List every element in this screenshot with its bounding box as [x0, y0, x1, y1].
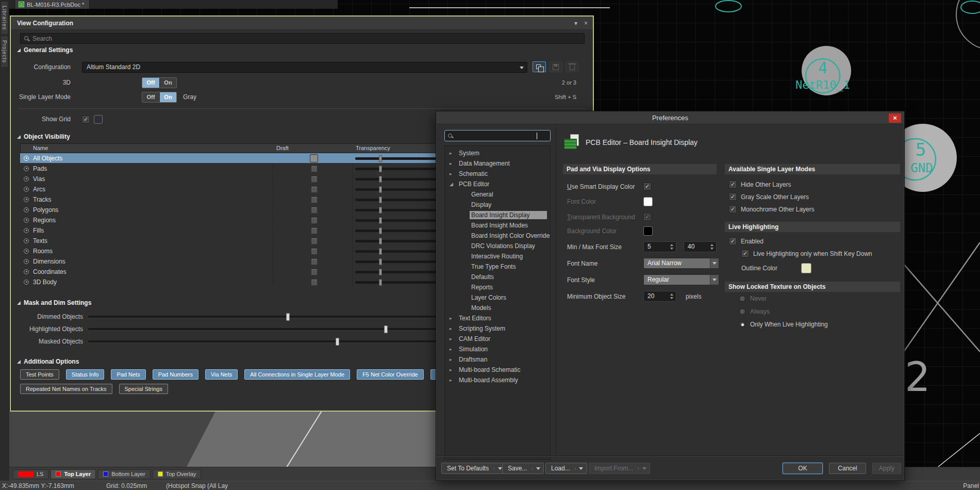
grid-color-swatch[interactable]	[94, 115, 103, 124]
mode-checkbox[interactable]: ✓	[729, 193, 737, 201]
outline-color-swatch[interactable]	[801, 263, 811, 273]
tree-expand-icon[interactable]: ▸	[445, 367, 457, 372]
preferences-tree-item[interactable]: ▸ Schematic	[445, 169, 550, 179]
option-toggle-button[interactable]: Pad Numbers	[153, 369, 198, 380]
transparent-background-checkbox[interactable]: ✓	[643, 213, 651, 221]
transparency-slider-handle[interactable]	[379, 258, 382, 265]
section-object-visibility[interactable]: Object Visibility	[17, 133, 70, 140]
tree-expand-icon[interactable]: ◢	[445, 182, 457, 187]
preferences-tree-item[interactable]: ▸ Draftsman	[445, 354, 550, 365]
delete-configuration-button[interactable]	[566, 61, 579, 72]
load-menu-arrow[interactable]	[575, 467, 587, 470]
spin-down-icon[interactable]	[670, 297, 673, 299]
spin-down-icon[interactable]	[670, 248, 673, 250]
sidebar-tab-projects[interactable]: Projects	[1, 36, 8, 68]
tree-expand-icon[interactable]: ▸	[445, 336, 457, 341]
spin-up-icon[interactable]	[670, 244, 673, 246]
transparency-slider-handle[interactable]	[379, 227, 382, 234]
draft-checkbox[interactable]	[311, 269, 318, 275]
preferences-tree-item[interactable]: Reports	[445, 282, 550, 292]
draft-checkbox[interactable]	[311, 258, 318, 265]
sidebar-tab-libraries[interactable]: Libraries	[1, 1, 8, 35]
tree-expand-icon[interactable]: ▸	[445, 161, 457, 166]
transparency-slider-handle[interactable]	[379, 207, 382, 214]
eye-icon[interactable]	[24, 187, 29, 192]
import-from-menu-arrow[interactable]	[638, 467, 650, 470]
copy-configuration-button[interactable]	[533, 61, 546, 72]
panel-close-icon[interactable]: ×	[584, 20, 588, 27]
draft-checkbox[interactable]	[311, 227, 318, 234]
apply-button[interactable]: Apply	[872, 463, 901, 474]
preferences-tree-item[interactable]: General	[445, 189, 550, 200]
preferences-tree-item[interactable]: Models	[445, 303, 550, 313]
preferences-tree-item[interactable]: Board Insight Color Overrides	[445, 231, 550, 241]
cancel-button[interactable]: Cancel	[829, 463, 866, 474]
font-color-swatch[interactable]	[643, 197, 653, 206]
preferences-tree-item[interactable]: Defaults	[445, 272, 550, 282]
set-to-defaults-button[interactable]: Set To Defaults	[441, 463, 506, 474]
transparency-slider-handle[interactable]	[379, 176, 382, 183]
preferences-tree-item[interactable]: ▸ Text Editors	[445, 313, 550, 323]
preferences-tree-item[interactable]: ▸ Scripting System	[445, 323, 550, 334]
dialog-close-button[interactable]: ×	[889, 113, 901, 123]
document-tab[interactable]: BL-M016-R3.PcbDoc *	[15, 0, 90, 9]
slider-handle[interactable]	[384, 325, 388, 333]
layer-tab[interactable]: Bottom Layer	[98, 469, 150, 479]
slm-on-button[interactable]: On	[159, 92, 176, 102]
import-from-button[interactable]: Import From...	[589, 463, 650, 474]
tree-expand-icon[interactable]: ▸	[445, 378, 457, 383]
draft-checkbox[interactable]	[311, 186, 318, 193]
tree-expand-icon[interactable]: ▸	[445, 171, 457, 176]
locked-texture-radio[interactable]	[739, 321, 745, 328]
eye-icon[interactable]	[24, 259, 29, 264]
option-toggle-button[interactable]: Special Strings	[119, 384, 168, 394]
panel-search-box[interactable]	[20, 33, 585, 44]
eye-icon[interactable]	[24, 156, 29, 161]
preferences-tree-item[interactable]: Board Insight Modes	[445, 220, 550, 231]
option-toggle-button[interactable]: Via Nets	[205, 369, 238, 380]
ok-button[interactable]: OK	[783, 463, 823, 474]
panel-title-bar[interactable]: View Configuration ▾ ×	[11, 17, 593, 30]
tree-expand-icon[interactable]: ▸	[445, 316, 457, 321]
background-color-swatch[interactable]	[643, 226, 653, 236]
transparency-slider-handle[interactable]	[379, 197, 382, 203]
preferences-tree-item[interactable]: Display	[445, 200, 550, 210]
dialog-title-bar[interactable]: Preferences ×	[437, 112, 904, 124]
slider-handle[interactable]	[286, 313, 290, 321]
preferences-tree-item[interactable]: Layer Colors	[445, 292, 550, 303]
draft-checkbox[interactable]	[311, 197, 318, 203]
slider-handle[interactable]	[336, 338, 339, 346]
tree-expand-icon[interactable]: ▸	[445, 347, 457, 352]
shift-key-checkbox[interactable]: ✓	[741, 250, 749, 257]
transparency-slider-handle[interactable]	[379, 166, 382, 172]
section-additional-options[interactable]: Additional Options	[17, 358, 79, 365]
layer-tab[interactable]: Top Overlay	[153, 469, 202, 479]
transparency-slider-handle[interactable]	[379, 155, 382, 162]
eye-icon[interactable]	[24, 176, 29, 182]
preferences-tree-item[interactable]: ▸ Data Management	[445, 158, 550, 169]
transparency-slider-handle[interactable]	[379, 217, 382, 224]
font-name-dropdown[interactable]: Arial Narrow	[643, 258, 719, 269]
draft-checkbox[interactable]	[311, 279, 318, 286]
slm-off-button[interactable]: Off	[142, 92, 159, 102]
eye-icon[interactable]	[24, 218, 29, 223]
search-input[interactable]	[32, 35, 536, 42]
eye-icon[interactable]	[24, 228, 29, 233]
preferences-tree-item[interactable]: Interactive Routing	[445, 251, 550, 262]
transparency-slider-handle[interactable]	[379, 269, 382, 275]
preferences-tree-item[interactable]: ▸ Multi-board Assembly	[445, 375, 550, 385]
mode-checkbox[interactable]: ✓	[729, 205, 737, 213]
use-smart-color-checkbox[interactable]: ✓	[643, 183, 651, 190]
tree-expand-icon[interactable]: ▸	[445, 357, 457, 362]
preferences-tree-item[interactable]: ▸ CAM Editor	[445, 334, 550, 344]
draft-checkbox[interactable]	[311, 238, 318, 244]
layer-tab[interactable]: Top Layer	[51, 469, 96, 479]
load-button[interactable]: Load...	[545, 463, 587, 474]
draft-checkbox[interactable]	[311, 207, 318, 214]
transparency-slider-handle[interactable]	[379, 238, 382, 244]
show-grid-checkbox[interactable]: ✓	[82, 116, 90, 123]
section-mask-dim[interactable]: Mask and Dim Settings	[17, 299, 91, 306]
draft-checkbox[interactable]	[311, 217, 318, 224]
draft-checkbox[interactable]	[311, 176, 318, 183]
preferences-tree-item[interactable]: ▸ System	[445, 148, 550, 158]
